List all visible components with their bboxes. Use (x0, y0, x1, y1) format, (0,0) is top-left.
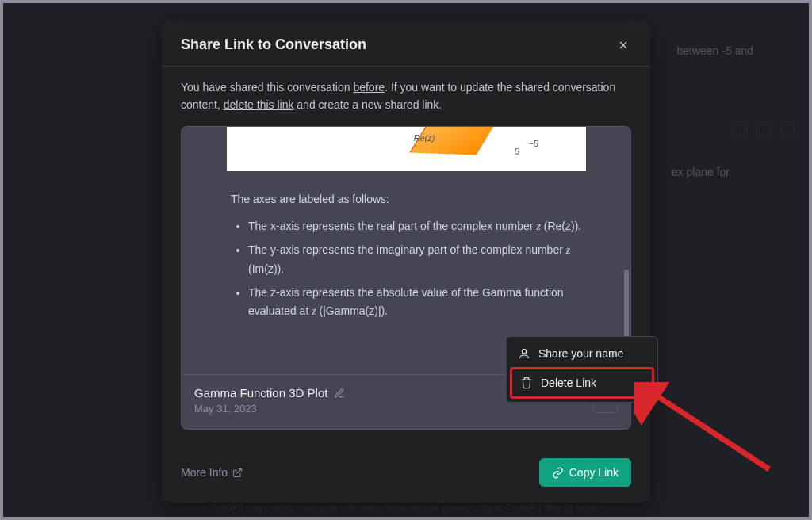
bullet-text: The z-axis represents the absolute value… (248, 286, 564, 318)
menu-item-label: Share your name (538, 347, 623, 360)
list-item: The z-axis represents the absolute value… (248, 284, 592, 322)
share-your-name-item[interactable]: Share your name (510, 340, 654, 367)
chart-tick: 5 (515, 147, 520, 156)
more-info-link[interactable]: More Info (181, 466, 243, 479)
preview-text: The axes are labeled as follows: The x-a… (182, 171, 630, 334)
share-desc-text: and create a new shared link. (293, 98, 442, 111)
chart-tick: −5 (530, 140, 538, 148)
bullet-text: (Im(z)). (248, 262, 284, 275)
list-item: The y-axis represents the imaginary part… (248, 241, 592, 279)
before-link[interactable]: before (353, 81, 385, 94)
delete-link-item[interactable]: Delete Link (510, 367, 654, 399)
bullet-text: The x-axis represents the real part of t… (248, 220, 536, 232)
bullet-text: The y-axis represents the imaginary part… (248, 243, 566, 256)
pencil-icon[interactable] (334, 388, 345, 399)
bullet-text: (Re(z)). (541, 220, 581, 232)
axes-list: The x-axis represents the real part of t… (231, 217, 592, 321)
more-info-label: More Info (181, 466, 228, 479)
menu-item-label: Delete Link (541, 377, 596, 389)
chart-axis-label: Re(z) (414, 133, 435, 143)
link-icon (552, 467, 564, 479)
trash-icon (520, 377, 533, 389)
conversation-meta: Gamma Function 3D Plot May 31, 2023 (194, 386, 345, 415)
svg-point-0 (522, 350, 526, 354)
conversation-title: Gamma Function 3D Plot (194, 386, 327, 400)
share-link-modal: Share Link to Conversation You have shar… (162, 21, 650, 503)
close-icon (617, 39, 630, 52)
share-description: You have shared this conversation before… (181, 79, 631, 113)
modal-title: Share Link to Conversation (181, 36, 366, 53)
chart-image-stub: Re(z) 5 −5 (227, 127, 586, 171)
delete-this-link[interactable]: delete this link (224, 98, 294, 111)
external-link-icon (232, 468, 243, 478)
copy-link-label: Copy Link (569, 466, 619, 479)
preview-intro: The axes are labeled as follows: (231, 190, 592, 209)
close-button[interactable] (615, 37, 631, 53)
copy-link-button[interactable]: Copy Link (539, 458, 631, 487)
modal-footer: More Info Copy Link (162, 447, 650, 503)
list-item: The x-axis represents the real part of t… (248, 217, 592, 236)
more-options-dropdown: Share your name Delete Link (506, 336, 658, 403)
share-desc-text: You have shared this conversation (181, 81, 353, 94)
modal-header: Share Link to Conversation (162, 21, 650, 67)
conversation-date: May 31, 2023 (194, 403, 345, 415)
bullet-text: (|Gamma(z)|). (316, 304, 389, 317)
user-icon (518, 347, 530, 360)
math-z: z (566, 244, 570, 256)
